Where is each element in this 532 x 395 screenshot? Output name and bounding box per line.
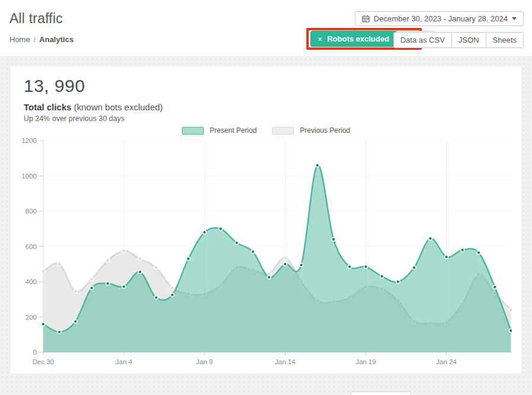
y-tick-label: 800 — [25, 208, 37, 215]
present-period-point[interactable] — [412, 266, 416, 269]
previous-period-point — [73, 289, 77, 293]
x-tick-label: Jan 4 — [116, 358, 133, 365]
breadcrumb-separator: / — [34, 35, 36, 44]
chart-area: Dec 30Jan 4Jan 9Jan 14Jan 19Jan 24020040… — [20, 132, 512, 374]
previous-period-point — [138, 257, 142, 260]
present-period-point[interactable] — [477, 251, 480, 254]
previous-period-point — [41, 269, 45, 273]
previous-period-point — [267, 272, 271, 276]
data-as-csv-button[interactable]: Data as CSV — [393, 32, 452, 48]
present-period-point[interactable] — [41, 322, 45, 326]
robots-excluded-label: Robots excluded — [327, 34, 389, 43]
top-header: All traffic Home/Analytics December 30, … — [0, 0, 532, 57]
present-period-point[interactable] — [138, 270, 142, 274]
present-period-point[interactable] — [380, 275, 384, 278]
present-period-point[interactable] — [509, 329, 512, 332]
present-period-point[interactable] — [57, 330, 61, 334]
present-period-point[interactable] — [106, 282, 110, 285]
present-period-point[interactable] — [155, 296, 158, 300]
previous-period-point — [509, 308, 512, 312]
breadcrumb: Home/Analytics — [9, 35, 73, 44]
x-tick-label: Jan 24 — [436, 358, 457, 365]
y-tick-label: 200 — [25, 314, 37, 321]
previous-period-point — [106, 259, 110, 262]
present-period-point[interactable] — [364, 265, 367, 269]
present-period-point[interactable] — [283, 262, 287, 266]
x-tick-label: Jan 9 — [196, 358, 213, 365]
previous-period-point — [283, 256, 287, 260]
present-period-point[interactable] — [235, 241, 239, 245]
previous-period-point — [171, 286, 174, 289]
traffic-card: 13, 990 Total clicks (known bots exclude… — [11, 66, 521, 374]
sheets-button[interactable]: Sheets — [486, 32, 524, 48]
export-button-group: Data as CSV JSON Sheets — [393, 32, 524, 48]
page-title: All traffic — [9, 11, 63, 27]
present-period-point[interactable] — [428, 237, 432, 240]
present-period-point[interactable] — [90, 286, 94, 289]
breadcrumb-current: Analytics — [39, 35, 73, 44]
total-clicks-value: 13, 990 — [24, 76, 85, 96]
total-clicks-label-bold: Total clicks — [24, 102, 72, 112]
previous-period-point — [122, 249, 126, 253]
calendar-icon — [362, 15, 370, 23]
x-tick-label: Dec 30 — [33, 358, 54, 365]
present-period-point[interactable] — [348, 265, 351, 269]
present-period-point[interactable] — [461, 249, 464, 252]
comparison-subtitle: Up 24% over previous 30 days — [24, 114, 124, 123]
previous-period-point — [57, 262, 61, 266]
previous-period-point — [155, 266, 158, 269]
present-period-point[interactable] — [493, 285, 496, 289]
x-tick-label: Jan 19 — [355, 358, 376, 365]
previous-period-point — [90, 278, 94, 281]
json-button[interactable]: JSON — [451, 32, 486, 48]
present-period-point[interactable] — [73, 320, 77, 323]
caret-down-icon — [512, 17, 517, 20]
y-tick-label: 0 — [33, 349, 37, 356]
y-tick-label: 1200 — [21, 137, 37, 144]
x-tick-label: Jan 14 — [275, 358, 296, 365]
y-tick-label: 600 — [25, 243, 37, 250]
present-period-point[interactable] — [445, 255, 448, 259]
present-period-point[interactable] — [122, 285, 126, 288]
present-period-point[interactable] — [219, 227, 222, 231]
y-tick-label: 400 — [25, 278, 37, 285]
cutoff-white-box — [351, 391, 411, 395]
present-period-point[interactable] — [332, 238, 335, 241]
breadcrumb-home[interactable]: Home — [9, 35, 30, 44]
total-clicks-label-note: (known bots excluded) — [72, 102, 163, 112]
close-icon[interactable]: × — [318, 34, 322, 44]
date-range-label: December 30, 2023 - January 28, 2024 — [374, 14, 508, 23]
date-range-button[interactable]: December 30, 2023 - January 28, 2024 — [355, 11, 524, 26]
present-period-point[interactable] — [251, 250, 255, 253]
present-period-point[interactable] — [267, 276, 271, 279]
present-period-point[interactable] — [171, 293, 174, 297]
robots-excluded-filter-button[interactable]: × Robots excluded — [310, 31, 396, 47]
present-period-point[interactable] — [316, 164, 319, 167]
present-period-point[interactable] — [300, 263, 303, 267]
present-period-point[interactable] — [396, 280, 400, 283]
traffic-chart-svg: Dec 30Jan 4Jan 9Jan 14Jan 19Jan 24020040… — [20, 132, 512, 371]
total-clicks-label: Total clicks (known bots excluded) — [24, 102, 163, 112]
present-period-point[interactable] — [187, 257, 190, 260]
present-period-point[interactable] — [203, 231, 206, 234]
y-tick-label: 1000 — [21, 173, 37, 180]
